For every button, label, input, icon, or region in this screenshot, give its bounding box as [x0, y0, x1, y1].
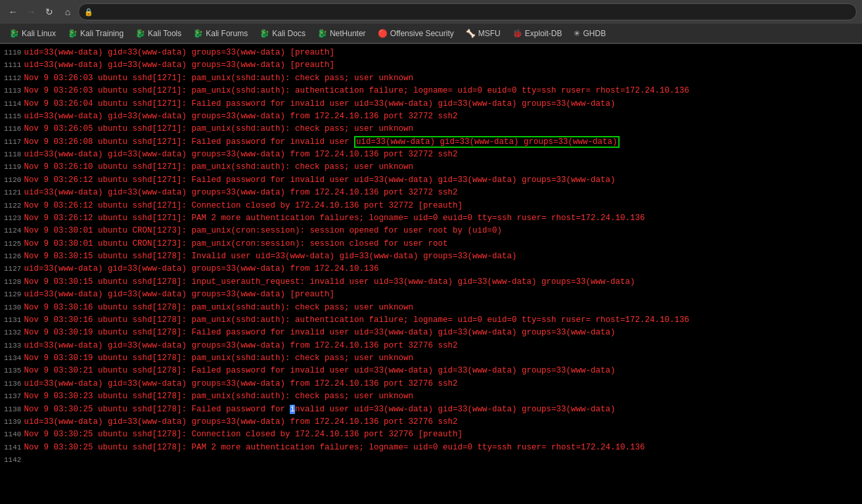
address-bar[interactable]: 🔒	[78, 3, 857, 20]
log-line: 1141Nov 9 03:30:25 ubuntu sshd[1278]: PA…	[4, 442, 858, 454]
bookmarks-bar: 🐉Kali Linux🐉Kali Training🐉Kali Tools🐉Kal…	[0, 24, 862, 43]
line-number: 1115	[4, 112, 21, 120]
green-highlight: uid=33(www-data) gid=33(www-data) groups…	[354, 136, 620, 148]
line-number: 1131	[4, 316, 21, 324]
line-number: 1128	[4, 278, 21, 286]
log-line: 1130Nov 9 03:30:16 ubuntu sshd[1278]: pa…	[4, 302, 858, 314]
kali-linux-icon: 🐉	[9, 29, 19, 38]
log-line: 1110uid=33(www-data) gid=33(www-data) gr…	[4, 47, 858, 59]
line-number: 1124	[4, 227, 21, 235]
msfu-label: MSFU	[478, 29, 501, 38]
log-line: 1135Nov 9 03:30:21 ubuntu sshd[1278]: Fa…	[4, 365, 858, 377]
log-line: 1138Nov 9 03:30:25 ubuntu sshd[1278]: Fa…	[4, 403, 858, 416]
bookmark-nethunter[interactable]: 🐉NetHunter	[312, 26, 371, 41]
kali-linux-label: Kali Linux	[22, 29, 56, 38]
log-line: 1136uid=33(www-data) gid=33(www-data) gr…	[4, 378, 858, 390]
line-number: 1111	[4, 61, 21, 69]
log-line: 1121uid=33(www-data) gid=33(www-data) gr…	[4, 187, 858, 199]
offensive-security-label: Offensive Security	[390, 29, 454, 38]
line-number: 1116	[4, 125, 21, 133]
line-number: 1142	[4, 456, 21, 464]
line-number: 1110	[4, 49, 21, 57]
line-number: 1130	[4, 304, 21, 311]
log-line: 1124Nov 9 03:30:01 ubuntu CRON[1273]: pa…	[4, 225, 858, 237]
log-line: 1132Nov 9 03:30:19 ubuntu sshd[1278]: Fa…	[4, 327, 858, 339]
bookmark-offensive-security[interactable]: 🔴Offensive Security	[373, 26, 459, 41]
log-line: 1133uid=33(www-data) gid=33(www-data) gr…	[4, 340, 858, 352]
log-line: 1113Nov 9 03:26:03 ubuntu sshd[1271]: pa…	[4, 85, 858, 97]
kali-tools-label: Kali Tools	[148, 29, 181, 38]
log-line: 1114Nov 9 03:26:04 ubuntu sshd[1271]: Fa…	[4, 98, 858, 110]
line-number: 1134	[4, 354, 21, 362]
ghdb-label: GHDB	[583, 29, 606, 38]
exploit-db-icon: 🐞	[512, 29, 522, 38]
log-line: 1125Nov 9 03:30:01 ubuntu CRON[1273]: pa…	[4, 238, 858, 250]
bookmark-kali-forums[interactable]: 🐉Kali Forums	[188, 26, 253, 41]
kali-forums-label: Kali Forums	[206, 29, 248, 38]
cursor-highlight: i	[290, 405, 295, 414]
kali-forums-icon: 🐉	[193, 29, 203, 38]
line-number: 1119	[4, 163, 21, 171]
home-button[interactable]: ⌂	[60, 3, 76, 20]
forward-button[interactable]: →	[24, 3, 39, 20]
refresh-button[interactable]: ↻	[41, 3, 57, 20]
content-area: 1110uid=33(www-data) gid=33(www-data) gr…	[0, 44, 862, 504]
bookmark-exploit-db[interactable]: 🐞Exploit-DB	[507, 26, 568, 41]
log-line: 1117Nov 9 03:26:08 ubuntu sshd[1271]: Fa…	[4, 136, 858, 149]
log-line: 1137Nov 9 03:30:23 ubuntu sshd[1278]: pa…	[4, 390, 858, 403]
log-line: 1116Nov 9 03:26:05 ubuntu sshd[1271]: pa…	[4, 123, 858, 135]
log-line: 1119Nov 9 03:26:10 ubuntu sshd[1271]: pa…	[4, 161, 858, 173]
kali-training-label: Kali Training	[80, 29, 124, 38]
line-number: 1137	[4, 392, 21, 400]
line-number: 1140	[4, 430, 21, 438]
log-line: 1131Nov 9 03:30:16 ubuntu sshd[1278]: pa…	[4, 314, 858, 327]
log-line: 1126Nov 9 03:30:15 ubuntu sshd[1278]: In…	[4, 250, 858, 263]
msfu-icon: 🦴	[466, 29, 476, 38]
bookmark-kali-tools[interactable]: 🐉Kali Tools	[130, 26, 187, 41]
log-line: 1118uid=33(www-data) gid=33(www-data) gr…	[4, 149, 858, 161]
nethunter-icon: 🐉	[317, 29, 327, 38]
bookmark-kali-training[interactable]: 🐉Kali Training	[62, 26, 129, 41]
offensive-security-icon: 🔴	[378, 29, 388, 38]
line-number: 1132	[4, 329, 21, 336]
line-number: 1129	[4, 290, 21, 298]
line-number: 1113	[4, 87, 21, 95]
log-line: 1115uid=33(www-data) gid=33(www-data) gr…	[4, 110, 858, 123]
line-number: 1139	[4, 418, 21, 426]
back-button[interactable]: ←	[5, 3, 21, 20]
nethunter-label: NetHunter	[330, 29, 366, 38]
ghdb-icon: ✳	[574, 29, 580, 38]
bookmark-ghdb[interactable]: ✳GHDB	[568, 26, 611, 41]
line-number: 1121	[4, 189, 21, 196]
line-number: 1125	[4, 240, 21, 248]
log-line: 1139uid=33(www-data) gid=33(www-data) gr…	[4, 416, 858, 428]
line-number: 1120	[4, 176, 21, 184]
kali-docs-icon: 🐉	[260, 29, 269, 38]
log-line: 1129uid=33(www-data) gid=33(www-data) gr…	[4, 288, 858, 301]
line-number: 1138	[4, 405, 21, 413]
bookmark-kali-linux[interactable]: 🐉Kali Linux	[4, 26, 61, 41]
browser-chrome: ← → ↻ ⌂ 🔒 🐉Kali Linux🐉Kali Training🐉Kali…	[0, 0, 862, 44]
line-number: 1117	[4, 138, 21, 146]
log-line: 1127uid=33(www-data) gid=33(www-data) gr…	[4, 263, 858, 275]
log-line: 1111uid=33(www-data) gid=33(www-data) gr…	[4, 59, 858, 72]
exploit-db-label: Exploit-DB	[525, 29, 562, 38]
line-number: 1118	[4, 150, 21, 158]
line-number: 1127	[4, 265, 21, 273]
log-line: 1123Nov 9 03:26:12 ubuntu sshd[1271]: PA…	[4, 212, 858, 225]
log-line: 1140Nov 9 03:30:25 ubuntu sshd[1278]: Co…	[4, 428, 858, 441]
log-line: 1142	[4, 454, 858, 467]
lock-icon: 🔒	[84, 8, 93, 16]
log-line: 1112Nov 9 03:26:03 ubuntu sshd[1271]: pa…	[4, 72, 858, 85]
line-number: 1141	[4, 444, 21, 451]
line-number: 1126	[4, 252, 21, 260]
line-number: 1112	[4, 74, 21, 82]
line-number: 1133	[4, 342, 21, 350]
line-number: 1122	[4, 202, 21, 210]
kali-docs-label: Kali Docs	[272, 29, 306, 38]
bookmark-kali-docs[interactable]: 🐉Kali Docs	[254, 26, 311, 41]
line-number: 1114	[4, 100, 21, 108]
bookmark-msfu[interactable]: 🦴MSFU	[461, 26, 506, 41]
nav-bar: ← → ↻ ⌂ 🔒	[0, 0, 862, 24]
line-number: 1123	[4, 214, 21, 222]
